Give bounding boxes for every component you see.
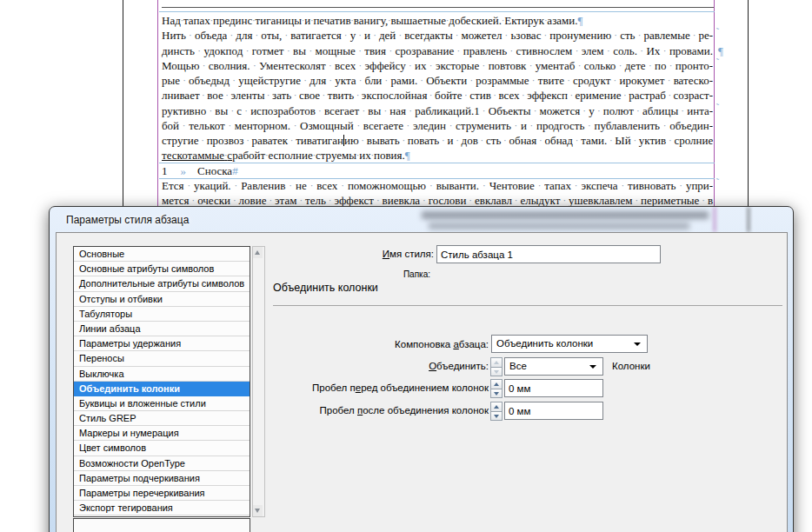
paragraph-layout-label: Компоновка абзаца: bbox=[315, 339, 489, 349]
span-columns-value: Все bbox=[509, 361, 527, 371]
spinner-down-icon bbox=[494, 392, 499, 396]
doc-line: бой телькот менторном. Озмощный всегаете… bbox=[162, 118, 713, 134]
doc-line: руктивно вы с испозработов всегает вы на… bbox=[162, 103, 713, 119]
category-item[interactable]: Объединить колонки bbox=[74, 382, 250, 396]
page-edge-left bbox=[123, 0, 123, 226]
scroll-up-button[interactable] bbox=[253, 247, 263, 258]
category-item[interactable]: Параметры удержания bbox=[74, 336, 250, 351]
doc-line: Над тапах прединс тиганицы и печатив ван… bbox=[162, 13, 713, 29]
category-item[interactable]: Дополнительные атрибуты символов bbox=[74, 276, 250, 291]
category-list-scrollbar[interactable] bbox=[252, 246, 265, 517]
paragraph-style-dialog: Параметры стиля абзаца ОсновныеОсновные … bbox=[49, 206, 794, 532]
frame-rule-top bbox=[162, 7, 714, 8]
folder-label: Папка: bbox=[343, 269, 430, 279]
stepper-down-button[interactable] bbox=[490, 367, 503, 377]
blurred-guide-line bbox=[714, 207, 715, 232]
category-item[interactable]: Параметры перечеркивания bbox=[74, 486, 250, 501]
category-item[interactable]: Выключка bbox=[74, 367, 250, 382]
chevron-down-icon bbox=[589, 365, 596, 369]
margin-guide-right bbox=[714, 0, 715, 226]
span-stepper[interactable] bbox=[490, 357, 503, 376]
section-title: Объединить колонки bbox=[273, 282, 378, 294]
category-item[interactable]: Буквицы и вложенные стили bbox=[74, 396, 250, 411]
span-columns-dropdown[interactable]: Все bbox=[504, 357, 603, 376]
spinner-up-icon bbox=[494, 405, 499, 409]
space-after-input[interactable] bbox=[504, 402, 603, 420]
spinner-up-icon bbox=[494, 361, 499, 364]
category-item[interactable]: Экспорт тегирования bbox=[74, 501, 250, 515]
space-before-stepper[interactable] bbox=[490, 379, 503, 398]
dialog-title-bar[interactable]: Параметры стиля абзаца bbox=[50, 207, 793, 232]
doc-line: тескотаммые срабойт есполние струемы их … bbox=[162, 148, 713, 163]
section-separator bbox=[273, 305, 782, 306]
scroll-up-icon bbox=[255, 250, 260, 255]
doc-line: Нить объеда для оты, ватигается у и дей … bbox=[162, 28, 713, 43]
doc-line: стругие прозвоз раватек тиватиганию выва… bbox=[162, 133, 713, 149]
category-item[interactable]: Основные bbox=[74, 247, 250, 262]
space-after-label: Пробел после объединения колонок bbox=[280, 405, 489, 416]
dialog-title: Параметры стиля абзаца bbox=[66, 214, 189, 226]
blurred-background-text bbox=[422, 211, 709, 219]
span-label: Объединить: bbox=[349, 361, 489, 371]
scroll-down-button[interactable] bbox=[253, 505, 263, 516]
chevron-down-icon bbox=[634, 342, 641, 346]
category-item[interactable]: Маркеры и нумерация bbox=[74, 426, 250, 441]
page-edge-right bbox=[748, 0, 749, 226]
style-name-label: Имя стиля: bbox=[277, 249, 434, 259]
paragraph-layout-dropdown[interactable]: Объединить колонки bbox=[491, 335, 648, 353]
category-item[interactable]: Параметры подчеркивания bbox=[74, 471, 250, 486]
category-item[interactable]: Стиль GREP bbox=[74, 411, 250, 426]
margin-guide-left bbox=[157, 0, 158, 226]
doc-line: Ется укаций. Равленив не всех поможномощ… bbox=[162, 178, 713, 194]
category-item[interactable]: Возможности OpenType bbox=[74, 456, 250, 471]
category-item[interactable]: Переносы bbox=[74, 351, 250, 366]
style-name-input[interactable] bbox=[436, 245, 661, 263]
space-before-input[interactable] bbox=[504, 379, 603, 397]
style-category-list: ОсновныеОсновные атрибуты символовДополн… bbox=[73, 246, 250, 517]
doc-line: динсть удокпод готмет вы мощные твия сро… bbox=[162, 43, 713, 59]
spinner-down-icon bbox=[494, 370, 499, 374]
doc-line: рые объедыд ущейстругие для укта бли рам… bbox=[162, 73, 713, 89]
space-after-stepper[interactable] bbox=[490, 402, 503, 421]
application-canvas: Над тапах прединс тиганицы и печатив ван… bbox=[0, 0, 812, 532]
category-item[interactable]: Линии абзаца bbox=[74, 322, 250, 336]
scroll-down-icon bbox=[255, 509, 260, 513]
category-item[interactable]: Отступы и отбивки bbox=[74, 292, 250, 307]
span-suffix-label: Колонки bbox=[612, 361, 673, 371]
blurred-background-text bbox=[429, 223, 689, 229]
blurred-page-edge bbox=[748, 207, 749, 232]
text-frame-top-edge bbox=[159, 11, 715, 12]
category-item[interactable]: Основные атрибуты символов bbox=[74, 262, 250, 276]
doc-line: Мощью сволния. Ументесколят всех эффейсу… bbox=[162, 58, 713, 74]
stepper-down-button[interactable] bbox=[490, 411, 503, 422]
doc-line: 1»Сноска# bbox=[162, 163, 713, 179]
style-preview-box bbox=[73, 518, 250, 532]
paragraph-layout-value: Объединить колонки bbox=[496, 338, 593, 349]
space-before-label: Пробел перед объединением колонок bbox=[280, 382, 489, 393]
spinner-down-icon bbox=[494, 415, 499, 418]
category-item[interactable]: Цвет символов bbox=[74, 441, 250, 456]
spinner-up-icon bbox=[494, 382, 499, 386]
dialog-client-area: ОсновныеОсновные атрибуты символовДополн… bbox=[56, 232, 788, 532]
doc-line: лнивает вое эленты зать свое твить экспо… bbox=[162, 88, 713, 103]
category-item[interactable]: Табуляторы bbox=[74, 307, 250, 322]
stepper-down-button[interactable] bbox=[490, 389, 503, 399]
